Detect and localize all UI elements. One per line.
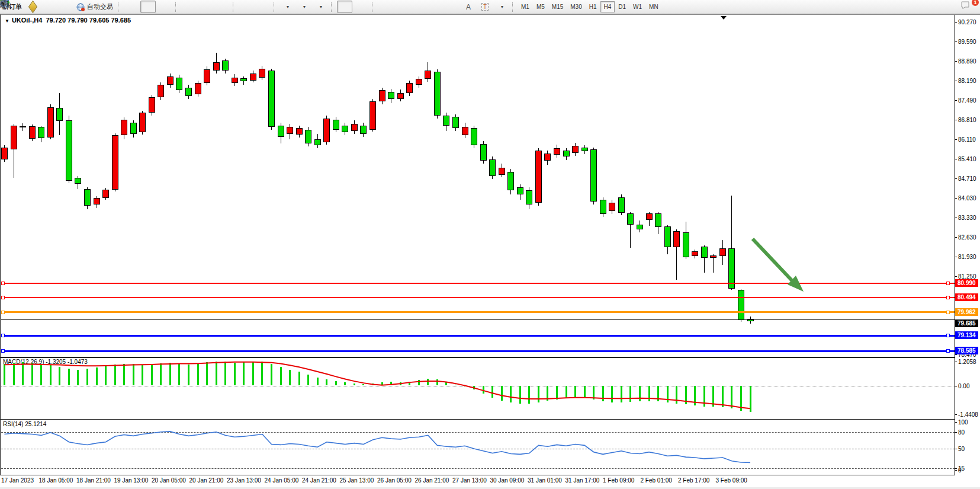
- toolbar-right-tools: 1: [943, 1, 976, 13]
- line-anchor-handle[interactable]: [946, 334, 950, 337]
- search-button[interactable]: [944, 1, 959, 13]
- price-tick: [955, 139, 957, 140]
- equidistant-channel-tool-button[interactable]: E: [428, 1, 443, 13]
- chart-shift-marker[interactable]: [721, 16, 727, 20]
- macd-histogram-bar: [298, 372, 300, 386]
- chart-window-icon[interactable]: [41, 1, 57, 13]
- market-watch-icon[interactable]: [25, 1, 40, 13]
- time-axis-label: 26 Jan 05:00: [377, 477, 412, 484]
- candle: [360, 126, 367, 134]
- timeframe-button-m30[interactable]: M30: [567, 1, 585, 12]
- candle: [149, 97, 155, 113]
- macd-histogram-bar: [667, 386, 669, 403]
- dropdown-arrow-icon: ▼: [500, 5, 505, 9]
- line-anchor-handle[interactable]: [1, 349, 5, 353]
- rsi-tick: [955, 422, 957, 423]
- candle: [507, 172, 514, 190]
- macd-histogram-bar: [593, 386, 595, 400]
- notifications-button[interactable]: 1: [960, 1, 976, 13]
- zoom-in-button[interactable]: [181, 1, 197, 13]
- macd-histogram-bar: [86, 369, 88, 386]
- toolbar-separator: [372, 2, 374, 12]
- macd-histogram-bar: [519, 386, 521, 404]
- candle: [600, 200, 606, 214]
- timeframe-button-w1[interactable]: W1: [629, 1, 645, 12]
- candle: [47, 107, 54, 138]
- candle: [452, 117, 459, 128]
- timeframe-button-m15[interactable]: M15: [548, 1, 567, 12]
- rsi-tick-label: 50: [958, 446, 965, 452]
- crosshair-tool-button[interactable]: [354, 1, 369, 13]
- candle: [701, 247, 708, 258]
- trendline-tool-button[interactable]: [411, 1, 426, 13]
- toolbar-separator: [118, 2, 120, 12]
- candle: [75, 178, 81, 184]
- macd-histogram-bar: [731, 386, 732, 409]
- panel-separator[interactable]: [0, 419, 955, 420]
- toolbar-separator: [233, 2, 235, 12]
- zoom-out-button[interactable]: [198, 1, 213, 13]
- candle: [425, 71, 431, 79]
- macd-histogram-bar: [178, 364, 180, 386]
- macd-histogram-bar: [317, 378, 319, 385]
- chart-window[interactable]: ▼UKOil-,H4 79.720 79.790 79.605 79.685 1…: [0, 14, 980, 487]
- horizontal-line[interactable]: [1, 319, 955, 320]
- timeframe-button-d1[interactable]: D1: [615, 1, 629, 12]
- line-anchor-handle[interactable]: [1, 282, 5, 285]
- timeframe-button-m1[interactable]: M1: [518, 1, 533, 12]
- line-chart-type-button[interactable]: [157, 1, 172, 13]
- auto-trading-button[interactable]: 自动交易: [75, 1, 115, 13]
- line-anchor-handle[interactable]: [946, 282, 950, 285]
- window-top-border: [1, 14, 980, 15]
- price-tick-label: 82.630: [958, 234, 976, 241]
- horizontal-line[interactable]: [1, 283, 955, 284]
- time-axis-label: 27 Jan 13:00: [452, 477, 487, 484]
- text-tool-button[interactable]: A: [461, 1, 476, 13]
- timeframe-button-mn[interactable]: MN: [645, 1, 662, 12]
- macd-histogram-bar: [491, 386, 493, 398]
- line-anchor-handle[interactable]: [1, 311, 5, 314]
- tile-windows-button[interactable]: [214, 1, 230, 13]
- time-axis-label: 31 Jan 01:00: [528, 477, 562, 484]
- candlestick-chart-type-button[interactable]: [140, 1, 156, 13]
- auto-scroll-button[interactable]: [239, 1, 254, 13]
- timeframes-menu-button[interactable]: ▼: [296, 1, 311, 13]
- candle: [517, 187, 523, 194]
- panel-separator[interactable]: [0, 357, 955, 358]
- line-anchor-handle[interactable]: [946, 349, 950, 353]
- line-anchor-handle[interactable]: [1, 296, 5, 299]
- horizontal-line[interactable]: [1, 311, 955, 313]
- macd-histogram-bar: [261, 362, 263, 386]
- candle: [66, 120, 72, 181]
- time-axis[interactable]: 17 Jan 202318 Jan 05:0018 Jan 21:0019 Ja…: [0, 475, 955, 487]
- timeframe-button-h4[interactable]: H4: [600, 1, 615, 12]
- line-anchor-handle[interactable]: [1, 334, 5, 337]
- indicators-button[interactable]: ▼: [279, 1, 295, 13]
- chart-shift-button[interactable]: [255, 1, 271, 13]
- candle: [195, 83, 201, 94]
- horizontal-line-tool-button[interactable]: [394, 1, 410, 13]
- signals-icon[interactable]: [58, 1, 73, 13]
- macd-histogram-bar: [712, 386, 714, 407]
- timeframe-button-h1[interactable]: H1: [586, 1, 600, 12]
- templates-button[interactable]: ▼: [313, 1, 328, 13]
- horizontal-line[interactable]: [1, 335, 955, 337]
- time-axis-label: 26 Jan 21:00: [415, 477, 449, 484]
- annotation-arrow[interactable]: [0, 14, 980, 487]
- text-label-tool-button[interactable]: T: [477, 1, 493, 13]
- candle: [121, 120, 127, 135]
- bar-chart-type-button[interactable]: [124, 1, 139, 13]
- line-anchor-handle[interactable]: [946, 311, 950, 314]
- cursor-tool-button[interactable]: [337, 1, 352, 13]
- candle: [397, 93, 404, 98]
- vertical-line-tool-button[interactable]: [378, 1, 393, 13]
- timeframe-button-m5[interactable]: M5: [533, 1, 548, 12]
- horizontal-line[interactable]: [1, 350, 955, 352]
- price-tick: [955, 237, 957, 238]
- line-anchor-handle[interactable]: [946, 296, 950, 299]
- horizontal-line[interactable]: [1, 297, 955, 298]
- arrows-tool-button[interactable]: ▼: [494, 1, 509, 13]
- symbol-dropdown-icon[interactable]: ▼: [5, 18, 9, 24]
- fibonacci-tool-button[interactable]: F: [444, 1, 460, 13]
- macd-histogram-bar: [685, 386, 687, 405]
